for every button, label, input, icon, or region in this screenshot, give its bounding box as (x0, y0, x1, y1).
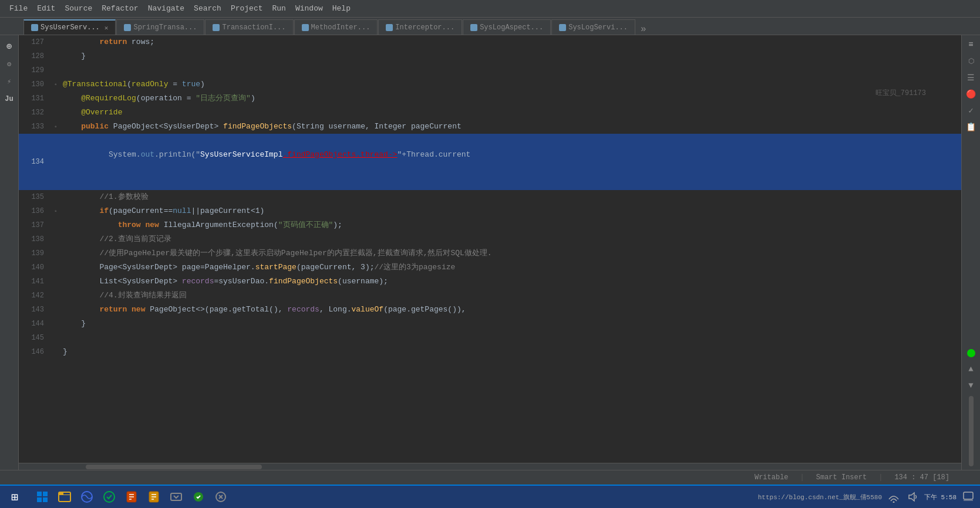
taskbar-icon-winexp[interactable] (54, 486, 75, 507)
taskbar-icon-4[interactable] (99, 486, 120, 507)
code-line-145: 145 (19, 331, 961, 345)
menu-help[interactable]: Help (328, 0, 355, 17)
taskbar-icon-5[interactable] (121, 486, 142, 507)
menu-window[interactable]: Window (291, 0, 328, 17)
tab-syslogaspect[interactable]: SysLogAspect... (463, 19, 551, 35)
rs-icon-4[interactable]: 🔴 (964, 87, 978, 101)
code-line-137: 137 throw new IllegalArgumentException("… (19, 218, 961, 232)
java-file-icon3 (213, 24, 220, 31)
tab-label: SpringTransa... (133, 23, 197, 32)
code-line-140: 140 Page<SysUserDept> page=PageHelper.st… (19, 260, 961, 275)
tab-syslogservi[interactable]: SysLogServi... (551, 19, 635, 35)
status-insert-mode: Smart Insert (816, 473, 867, 482)
svg-rect-1 (43, 492, 48, 496)
status-position: 134 : 47 [18] (894, 473, 949, 482)
tab-sysuserserv[interactable]: SysUserServ... ✕ (23, 19, 116, 35)
taskbar-icon-6[interactable] (143, 486, 164, 507)
vertical-scrollbar-thumb[interactable] (969, 396, 974, 466)
taskbar-url: https://blog.csdn.net_旗舰_倩5580 (758, 493, 882, 502)
code-editor[interactable]: 旺宝贝_791173 127 return rows; 128 } 129 (19, 35, 961, 470)
menu-source[interactable]: Source (60, 0, 97, 17)
main-area: ⊕ ⚙ ⚡ Ju 旺宝贝_791173 127 return rows; 128… (0, 35, 980, 470)
tab-label: TransactionI... (222, 23, 285, 32)
tab-overflow[interactable]: » (636, 24, 651, 35)
line-content-146: } (60, 345, 961, 359)
taskbar-time: 下午 5:58 (924, 493, 957, 502)
taskbar-action-center[interactable] (961, 490, 975, 504)
tab-methodinter[interactable]: MethodInter... (294, 19, 378, 35)
taskbar-icon-9[interactable] (210, 486, 231, 507)
code-line-142: 142 //4.封装查询结果并返回 (19, 289, 961, 303)
code-line-146: 146 } (19, 345, 961, 359)
taskbar-icon-7[interactable] (166, 486, 187, 507)
tab-springtrans[interactable]: SpringTransa... (116, 19, 204, 35)
menu-project[interactable]: Project (226, 0, 268, 17)
line-content-138: //2.查询当前页记录 (60, 232, 961, 246)
taskbar-icon-8[interactable] (188, 486, 209, 507)
rs-icon-6[interactable]: 📋 (964, 120, 978, 134)
line-number-131: 131 (19, 94, 51, 103)
rs-icon-2[interactable]: ⬡ (964, 54, 978, 68)
tab-bar: SysUserServ... ✕ SpringTransa... Transac… (0, 18, 980, 35)
tab-interceptor[interactable]: Interceptor... (378, 19, 462, 35)
svg-rect-5 (59, 495, 70, 495)
line-number-136: 136 (19, 207, 51, 215)
taskbar-speaker-icon[interactable] (905, 490, 920, 504)
line-number-143: 143 (19, 306, 51, 314)
line-number-142: 142 (19, 292, 51, 300)
menu-navigate[interactable]: Navigate (143, 0, 189, 17)
line-content-144: } (60, 317, 961, 331)
rs-icon-scroll-up[interactable]: ▲ (964, 362, 978, 376)
line-number-138: 138 (19, 235, 51, 243)
line-number-128: 128 (19, 52, 51, 60)
line-content-134: System.out.println("SysUserServiceImpl.f… (60, 134, 961, 190)
code-line-143: 143 return new PageObject<>(page.getTota… (19, 303, 961, 317)
menu-edit[interactable]: Edit (32, 0, 60, 17)
h-scroll-thumb[interactable] (86, 465, 262, 469)
line-number-129: 129 (19, 66, 51, 74)
java-file-icon (31, 24, 38, 31)
tab-label: SysLogAspect... (480, 23, 543, 32)
tab-label: SysLogServi... (568, 23, 628, 32)
line-number-146: 146 (19, 348, 51, 356)
taskbar-icon-3[interactable] (76, 486, 97, 507)
svg-rect-22 (964, 492, 973, 499)
tab-transactionl[interactable]: TransactionI... (205, 19, 293, 35)
code-scroll-area[interactable]: 127 return rows; 128 } 129 130 ◦ (19, 35, 961, 463)
line-content-128: } (60, 49, 961, 63)
rs-icon-5[interactable]: ✓ (964, 103, 978, 117)
taskbar-icon-1[interactable] (32, 486, 53, 507)
code-line-131: 131 @RequiredLog(operation = "日志分页查询") (19, 92, 961, 106)
svg-point-8 (104, 492, 114, 502)
menu-run[interactable]: Run (268, 0, 291, 17)
tab-label: MethodInter... (311, 23, 371, 32)
sidebar-icon-3[interactable]: ⚡ (2, 74, 16, 89)
line-marker-133: ◦ (51, 124, 60, 130)
menu-refactor[interactable]: Refactor (97, 0, 143, 17)
sidebar-icon-2[interactable]: ⚙ (2, 57, 16, 71)
start-button[interactable]: ⊞ (0, 486, 29, 508)
line-content-132: @Override (60, 106, 961, 120)
tab-close-icon[interactable]: ✕ (105, 24, 109, 32)
sidebar-icon-4[interactable]: Ju (2, 92, 16, 106)
code-line-141: 141 List<SysUserDept> records=sysUserDao… (19, 275, 961, 289)
taskbar-network-icon[interactable] (887, 490, 901, 504)
sidebar-icon-1[interactable]: ⊕ (2, 39, 16, 53)
java-file-icon6 (470, 24, 477, 31)
code-line-127: 127 return rows; (19, 35, 961, 49)
svg-rect-0 (37, 492, 42, 496)
line-content-127: return rows; (60, 35, 961, 49)
menu-file[interactable]: File (5, 0, 32, 17)
menu-search[interactable]: Search (189, 0, 226, 17)
code-line-133: 133 ◦ public PageObject<SysUserDept> fin… (19, 120, 961, 134)
line-number-137: 137 (19, 221, 51, 229)
code-line-144: 144 } (19, 317, 961, 331)
line-number-127: 127 (19, 38, 51, 46)
horizontal-scrollbar[interactable] (19, 463, 961, 470)
rs-icon-scroll-down[interactable]: ▼ (964, 378, 978, 392)
java-file-icon7 (559, 24, 566, 31)
rs-icon-3[interactable]: ☰ (964, 70, 978, 84)
line-content-141: List<SysUserDept> records=sysUserDao.fin… (60, 275, 961, 289)
rs-icon-1[interactable]: ≡ (964, 38, 978, 52)
tab-label: Interceptor... (395, 23, 454, 32)
